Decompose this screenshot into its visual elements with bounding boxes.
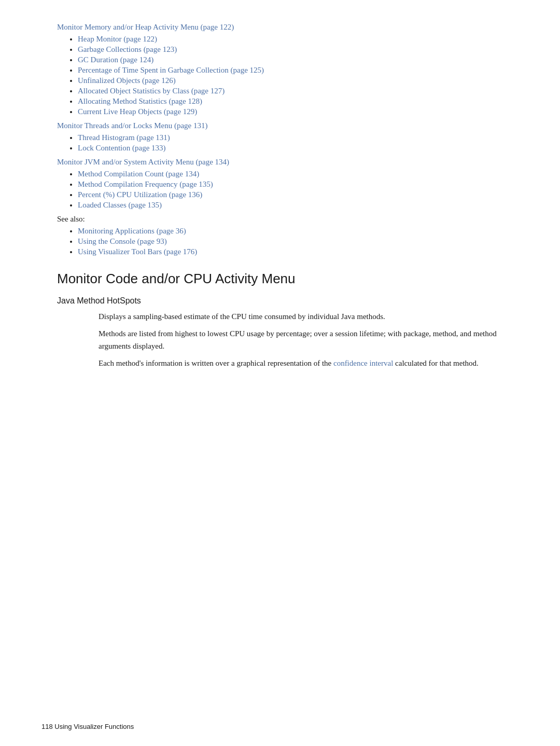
list-item: Allocated Object Statistics by Class (pa… (78, 87, 503, 95)
sub-heading: Java Method HotSpots (57, 296, 503, 306)
threads-locks-list: Thread Histogram (page 131) Lock Content… (57, 133, 503, 153)
threads-locks-header[interactable]: Monitor Threads and/or Locks Menu (page … (57, 121, 503, 130)
method-compilation-freq-link[interactable]: Method Compilation Frequency (page 135) (78, 180, 213, 188)
see-also-label: See also: (57, 215, 503, 224)
memory-heap-link[interactable]: Monitor Memory and/or Heap Activity Menu… (57, 23, 234, 31)
list-item: Method Compilation Count (page 134) (78, 170, 503, 178)
jvm-system-link[interactable]: Monitor JVM and/or System Activity Menu … (57, 158, 229, 166)
list-item: Percentage of Time Spent in Garbage Coll… (78, 66, 503, 75)
memory-heap-list: Heap Monitor (page 122) Garbage Collecti… (57, 35, 503, 116)
memory-heap-header[interactable]: Monitor Memory and/or Heap Activity Menu… (57, 23, 503, 32)
using-console-link[interactable]: Using the Console (page 93) (78, 237, 167, 245)
list-item: Using Visualizer Tool Bars (page 176) (78, 247, 503, 256)
allocating-method-link[interactable]: Allocating Method Statistics (page 128) (78, 97, 202, 105)
monitoring-apps-link[interactable]: Monitoring Applications (page 36) (78, 227, 186, 235)
current-live-heap-link[interactable]: Current Live Heap Objects (page 129) (78, 107, 197, 116)
page-content: Monitor Memory and/or Heap Activity Menu… (57, 23, 503, 369)
method-compilation-count-link[interactable]: Method Compilation Count (page 134) (78, 170, 199, 178)
using-visualizer-link[interactable]: Using Visualizer Tool Bars (page 176) (78, 247, 197, 256)
gc-duration-link[interactable]: GC Duration (page 124) (78, 56, 153, 64)
percentage-time-link[interactable]: Percentage of Time Spent in Garbage Coll… (78, 66, 264, 74)
list-item: GC Duration (page 124) (78, 56, 503, 64)
list-item: Current Live Heap Objects (page 129) (78, 107, 503, 116)
thread-histogram-link[interactable]: Thread Histogram (page 131) (78, 133, 170, 142)
jvm-system-list: Method Compilation Count (page 134) Meth… (57, 170, 503, 210)
list-item: Percent (%) CPU Utilization (page 136) (78, 190, 503, 199)
list-item: Using the Console (page 93) (78, 237, 503, 246)
allocated-object-link[interactable]: Allocated Object Statistics by Class (pa… (78, 87, 225, 95)
list-item: Unfinalized Objects (page 126) (78, 76, 503, 85)
loaded-classes-link[interactable]: Loaded Classes (page 135) (78, 201, 162, 209)
unfinalized-objects-link[interactable]: Unfinalized Objects (page 126) (78, 76, 176, 85)
main-heading: Monitor Code and/or CPU Activity Menu (57, 271, 503, 287)
threads-locks-link[interactable]: Monitor Threads and/or Locks Menu (page … (57, 121, 208, 130)
list-item: Lock Contention (page 133) (78, 144, 503, 153)
list-item: Loaded Classes (page 135) (78, 201, 503, 210)
list-item: Monitoring Applications (page 36) (78, 227, 503, 236)
paragraph-2: Methods are listed from highest to lowes… (99, 328, 503, 352)
confidence-interval-link[interactable]: confidence interval (333, 359, 393, 367)
percent-cpu-link[interactable]: Percent (%) CPU Utilization (page 136) (78, 190, 202, 199)
list-item: Thread Histogram (page 131) (78, 133, 503, 142)
lock-contention-link[interactable]: Lock Contention (page 133) (78, 144, 166, 152)
list-item: Garbage Collections (page 123) (78, 45, 503, 54)
see-also-list: Monitoring Applications (page 36) Using … (57, 227, 503, 256)
paragraph-1: Displays a sampling-based estimate of th… (99, 311, 503, 323)
jvm-system-header[interactable]: Monitor JVM and/or System Activity Menu … (57, 158, 503, 167)
list-item: Method Compilation Frequency (page 135) (78, 180, 503, 189)
garbage-collections-link[interactable]: Garbage Collections (page 123) (78, 45, 177, 53)
paragraph-3: Each method's information is written ove… (99, 357, 503, 369)
heap-monitor-link[interactable]: Heap Monitor (page 122) (78, 35, 157, 43)
list-item: Allocating Method Statistics (page 128) (78, 97, 503, 106)
list-item: Heap Monitor (page 122) (78, 35, 503, 44)
